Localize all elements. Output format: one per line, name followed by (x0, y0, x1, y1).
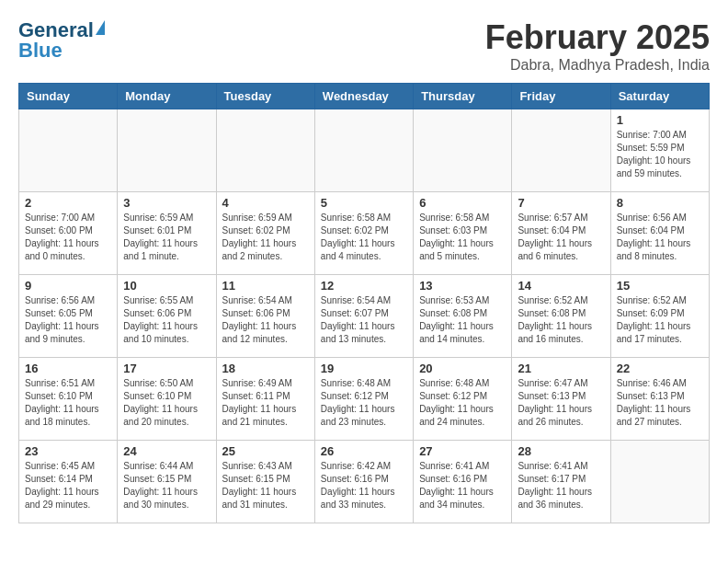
calendar-cell: 2Sunrise: 7:00 AM Sunset: 6:00 PM Daylig… (19, 192, 118, 275)
calendar-cell (414, 109, 512, 192)
day-number: 9 (25, 279, 111, 293)
calendar-cell: 19Sunrise: 6:48 AM Sunset: 6:12 PM Dayli… (314, 358, 413, 441)
day-number: 28 (518, 444, 604, 458)
day-number: 23 (25, 444, 111, 458)
day-number: 8 (617, 196, 703, 210)
calendar-header-row: SundayMondayTuesdayWednesdayThursdayFrid… (19, 84, 710, 109)
calendar-week-4: 23Sunrise: 6:45 AM Sunset: 6:14 PM Dayli… (19, 441, 710, 523)
day-info: Sunrise: 6:50 AM Sunset: 6:10 PM Dayligh… (123, 377, 210, 429)
day-info: Sunrise: 6:51 AM Sunset: 6:10 PM Dayligh… (25, 377, 111, 429)
calendar-cell (610, 441, 709, 523)
day-info: Sunrise: 6:42 AM Sunset: 6:16 PM Dayligh… (321, 460, 407, 511)
day-number: 25 (222, 444, 309, 458)
day-number: 24 (123, 444, 210, 458)
day-number: 3 (123, 196, 210, 210)
day-number: 10 (123, 279, 210, 293)
calendar-cell: 25Sunrise: 6:43 AM Sunset: 6:15 PM Dayli… (216, 441, 314, 523)
day-number: 22 (617, 362, 703, 375)
day-info: Sunrise: 6:57 AM Sunset: 6:04 PM Dayligh… (518, 212, 604, 263)
calendar-cell: 12Sunrise: 6:54 AM Sunset: 6:07 PM Dayli… (314, 275, 413, 358)
day-info: Sunrise: 6:48 AM Sunset: 6:12 PM Dayligh… (419, 377, 506, 429)
day-number: 4 (222, 196, 309, 210)
subtitle: Dabra, Madhya Pradesh, India (485, 57, 710, 74)
day-info: Sunrise: 6:49 AM Sunset: 6:11 PM Dayligh… (222, 377, 309, 429)
day-number: 6 (419, 196, 506, 210)
calendar-cell: 16Sunrise: 6:51 AM Sunset: 6:10 PM Dayli… (19, 358, 118, 441)
calendar-header-monday: Monday (118, 84, 216, 109)
calendar-cell: 9Sunrise: 6:56 AM Sunset: 6:05 PM Daylig… (19, 275, 118, 358)
day-number: 2 (25, 196, 111, 210)
day-info: Sunrise: 7:00 AM Sunset: 6:00 PM Dayligh… (25, 212, 111, 263)
calendar-cell: 14Sunrise: 6:52 AM Sunset: 6:08 PM Dayli… (512, 275, 610, 358)
day-info: Sunrise: 6:56 AM Sunset: 6:04 PM Dayligh… (617, 212, 703, 263)
calendar-cell: 6Sunrise: 6:58 AM Sunset: 6:03 PM Daylig… (414, 192, 512, 275)
calendar-cell: 1Sunrise: 7:00 AM Sunset: 5:59 PM Daylig… (610, 109, 709, 192)
calendar-cell: 22Sunrise: 6:46 AM Sunset: 6:13 PM Dayli… (610, 358, 709, 441)
day-info: Sunrise: 6:58 AM Sunset: 6:03 PM Dayligh… (419, 212, 506, 263)
calendar-cell: 7Sunrise: 6:57 AM Sunset: 6:04 PM Daylig… (512, 192, 610, 275)
day-info: Sunrise: 6:48 AM Sunset: 6:12 PM Dayligh… (321, 377, 407, 429)
day-number: 12 (321, 279, 407, 293)
day-number: 11 (222, 279, 309, 293)
day-info: Sunrise: 6:45 AM Sunset: 6:14 PM Dayligh… (25, 460, 111, 511)
day-info: Sunrise: 6:46 AM Sunset: 6:13 PM Dayligh… (617, 377, 703, 429)
day-info: Sunrise: 6:55 AM Sunset: 6:06 PM Dayligh… (123, 294, 210, 346)
day-number: 26 (321, 444, 407, 458)
day-number: 27 (419, 444, 506, 458)
calendar-cell: 28Sunrise: 6:41 AM Sunset: 6:17 PM Dayli… (512, 441, 610, 523)
calendar-cell: 15Sunrise: 6:52 AM Sunset: 6:09 PM Dayli… (610, 275, 709, 358)
calendar-header-tuesday: Tuesday (216, 84, 314, 109)
page-header: General Blue February 2025 Dabra, Madhya… (18, 18, 710, 74)
calendar-cell: 23Sunrise: 6:45 AM Sunset: 6:14 PM Dayli… (19, 441, 118, 523)
day-info: Sunrise: 7:00 AM Sunset: 5:59 PM Dayligh… (617, 129, 703, 180)
logo-arrow-icon (96, 20, 105, 35)
calendar-cell: 24Sunrise: 6:44 AM Sunset: 6:15 PM Dayli… (118, 441, 216, 523)
calendar-table: SundayMondayTuesdayWednesdayThursdayFrid… (18, 83, 710, 523)
calendar-week-2: 9Sunrise: 6:56 AM Sunset: 6:05 PM Daylig… (19, 275, 710, 358)
day-info: Sunrise: 6:58 AM Sunset: 6:02 PM Dayligh… (321, 212, 407, 263)
calendar-cell: 3Sunrise: 6:59 AM Sunset: 6:01 PM Daylig… (118, 192, 216, 275)
calendar-cell: 13Sunrise: 6:53 AM Sunset: 6:08 PM Dayli… (414, 275, 512, 358)
day-number: 16 (25, 362, 111, 375)
day-info: Sunrise: 6:47 AM Sunset: 6:13 PM Dayligh… (518, 377, 604, 429)
day-number: 7 (518, 196, 604, 210)
day-info: Sunrise: 6:44 AM Sunset: 6:15 PM Dayligh… (123, 460, 210, 511)
calendar-cell: 26Sunrise: 6:42 AM Sunset: 6:16 PM Dayli… (314, 441, 413, 523)
day-info: Sunrise: 6:54 AM Sunset: 6:06 PM Dayligh… (222, 294, 309, 346)
calendar-week-0: 1Sunrise: 7:00 AM Sunset: 5:59 PM Daylig… (19, 109, 710, 192)
day-number: 5 (321, 196, 407, 210)
day-info: Sunrise: 6:59 AM Sunset: 6:02 PM Dayligh… (222, 212, 309, 263)
calendar-header-saturday: Saturday (610, 84, 709, 109)
main-title: February 2025 (485, 18, 710, 57)
day-number: 20 (419, 362, 506, 375)
day-number: 21 (518, 362, 604, 375)
day-number: 19 (321, 362, 407, 375)
calendar-week-1: 2Sunrise: 7:00 AM Sunset: 6:00 PM Daylig… (19, 192, 710, 275)
calendar-header-sunday: Sunday (19, 84, 118, 109)
day-info: Sunrise: 6:41 AM Sunset: 6:16 PM Dayligh… (419, 460, 506, 511)
calendar-cell (512, 109, 610, 192)
day-info: Sunrise: 6:41 AM Sunset: 6:17 PM Dayligh… (518, 460, 604, 511)
calendar-cell: 27Sunrise: 6:41 AM Sunset: 6:16 PM Dayli… (414, 441, 512, 523)
day-info: Sunrise: 6:53 AM Sunset: 6:08 PM Dayligh… (419, 294, 506, 346)
calendar-cell: 18Sunrise: 6:49 AM Sunset: 6:11 PM Dayli… (216, 358, 314, 441)
day-number: 1 (617, 113, 703, 127)
day-info: Sunrise: 6:56 AM Sunset: 6:05 PM Dayligh… (25, 294, 111, 346)
day-number: 17 (123, 362, 210, 375)
calendar-cell: 5Sunrise: 6:58 AM Sunset: 6:02 PM Daylig… (314, 192, 413, 275)
calendar-cell: 20Sunrise: 6:48 AM Sunset: 6:12 PM Dayli… (414, 358, 512, 441)
day-info: Sunrise: 6:43 AM Sunset: 6:15 PM Dayligh… (222, 460, 309, 511)
calendar-header-wednesday: Wednesday (314, 84, 413, 109)
day-number: 18 (222, 362, 309, 375)
calendar-cell: 21Sunrise: 6:47 AM Sunset: 6:13 PM Dayli… (512, 358, 610, 441)
day-info: Sunrise: 6:54 AM Sunset: 6:07 PM Dayligh… (321, 294, 407, 346)
calendar-cell: 10Sunrise: 6:55 AM Sunset: 6:06 PM Dayli… (118, 275, 216, 358)
calendar-cell: 4Sunrise: 6:59 AM Sunset: 6:02 PM Daylig… (216, 192, 314, 275)
calendar-header-friday: Friday (512, 84, 610, 109)
calendar-cell (19, 109, 118, 192)
day-info: Sunrise: 6:59 AM Sunset: 6:01 PM Dayligh… (123, 212, 210, 263)
calendar-cell (314, 109, 413, 192)
title-section: February 2025 Dabra, Madhya Pradesh, Ind… (485, 18, 710, 74)
day-number: 13 (419, 279, 506, 293)
day-number: 15 (617, 279, 703, 293)
